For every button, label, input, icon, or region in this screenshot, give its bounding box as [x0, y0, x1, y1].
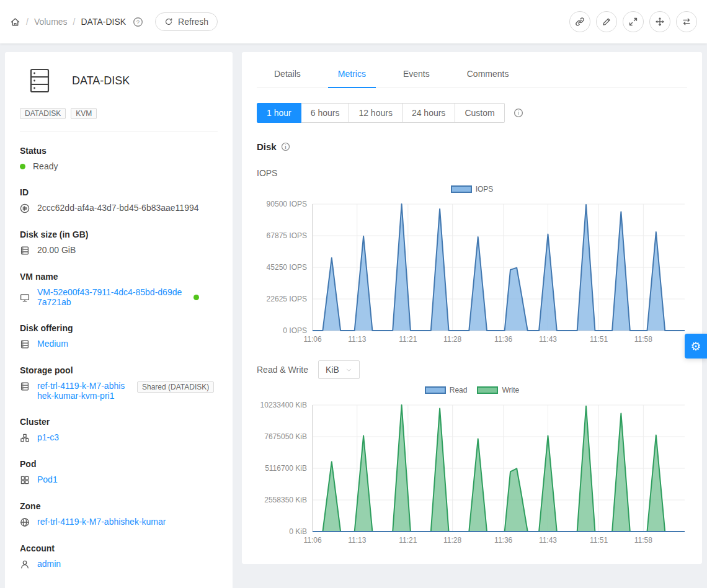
- range-1-hour[interactable]: 1 hour: [257, 103, 301, 123]
- volume-icon: [26, 67, 53, 94]
- disk-section-label: Disk: [257, 141, 277, 152]
- reload-icon: [164, 17, 173, 26]
- iops-chart-title: IOPS: [257, 168, 687, 178]
- hypervisor-tag: KVM: [71, 108, 97, 119]
- unit-select-value: KiB: [326, 365, 339, 375]
- tab-metrics[interactable]: Metrics: [328, 61, 376, 88]
- resource-tags: DATADISK KVM: [5, 108, 233, 119]
- storage-pool-link[interactable]: ref-trl-4119-k-M7-abhishek-kumar-kvm-pri…: [37, 381, 127, 401]
- edit-icon: [602, 17, 611, 27]
- tab-bar: Details Metrics Events Comments: [257, 61, 687, 88]
- unit-select[interactable]: KiB: [318, 360, 360, 379]
- info-icon[interactable]: i: [514, 108, 523, 118]
- svg-text:67875 IOPS: 67875 IOPS: [267, 231, 307, 240]
- home-icon[interactable]: [10, 17, 20, 27]
- swap-icon: [682, 17, 691, 27]
- storage-pool-field: Storage pool ref-trl-4119-k-M7-abhishek-…: [5, 365, 233, 401]
- vm-name-link[interactable]: VM-52e00f43-7911-4dc4-85bd-d69de7a721ab: [37, 287, 186, 307]
- svg-text:0 IOPS: 0 IOPS: [283, 326, 307, 335]
- legend-swatch: [425, 386, 446, 394]
- legend-label: Read: [450, 386, 468, 394]
- resource-sidebar: DATA-DISK DATADISK KVM Status Ready ID 2…: [5, 52, 233, 588]
- svg-text:11:51: 11:51: [590, 335, 608, 344]
- breadcrumb-separator: /: [73, 17, 76, 27]
- help-icon[interactable]: ?: [133, 17, 143, 27]
- rw-chart-title: Read & Write: [257, 365, 308, 375]
- account-link[interactable]: admin: [37, 559, 61, 569]
- disk-offering-link[interactable]: Medium: [37, 339, 68, 349]
- legend-item[interactable]: Write: [477, 385, 519, 395]
- svg-text:11:06: 11:06: [303, 335, 321, 344]
- legend-label: Write: [502, 386, 519, 394]
- svg-text:0 KiB: 0 KiB: [289, 527, 307, 536]
- svg-text:11:28: 11:28: [443, 536, 461, 545]
- cluster-label: Cluster: [20, 417, 218, 427]
- iops-legend: IOPS: [257, 184, 687, 194]
- svg-text:11:28: 11:28: [443, 335, 461, 344]
- volume-id-value: 2ccc62dd-af4a-43d7-bd45-6b83aae11994: [37, 203, 199, 213]
- svg-text:i: i: [285, 144, 286, 150]
- gear-icon: ⚙: [690, 339, 701, 354]
- move-icon: [655, 17, 665, 27]
- settings-drawer-button[interactable]: ⚙: [685, 334, 707, 359]
- range-custom[interactable]: Custom: [455, 103, 504, 123]
- swap-button[interactable]: [676, 11, 697, 32]
- database-icon: [20, 246, 30, 256]
- time-range-group: 1 hour 6 hours 12 hours 24 hours Custom: [257, 103, 505, 123]
- attach-link-button[interactable]: [569, 11, 590, 32]
- tab-comments[interactable]: Comments: [457, 61, 519, 87]
- svg-text:11:51: 11:51: [590, 536, 608, 545]
- top-bar: / Volumes / DATA-DISK ? Refresh: [0, 0, 707, 43]
- breadcrumb: / Volumes / DATA-DISK ? Refresh: [10, 12, 218, 31]
- legend-label: IOPS: [476, 185, 494, 194]
- migrate-button[interactable]: [649, 11, 670, 32]
- svg-text:11:13: 11:13: [348, 335, 366, 344]
- cluster-link[interactable]: p1-c3: [37, 432, 59, 442]
- svg-text:10233400 KiB: 10233400 KiB: [260, 401, 307, 409]
- svg-text:11:21: 11:21: [399, 536, 417, 545]
- range-24-hours[interactable]: 24 hours: [402, 103, 455, 123]
- pod-link[interactable]: Pod1: [37, 474, 58, 484]
- info-icon[interactable]: i: [281, 142, 290, 151]
- details-panel: Details Metrics Events Comments 1 hour 6…: [242, 52, 702, 564]
- read-write-chart: 0 KiB2558350 KiB5116700 KiB7675050 KiB10…: [257, 396, 687, 549]
- zone-link[interactable]: ref-trl-4119-k-M7-abhishek-kumar: [37, 517, 166, 527]
- tab-details[interactable]: Details: [264, 61, 311, 87]
- account-field: Account admin: [5, 543, 233, 569]
- svg-text:90500 IOPS: 90500 IOPS: [267, 200, 307, 208]
- refresh-button[interactable]: Refresh: [155, 12, 218, 31]
- legend-item[interactable]: IOPS: [451, 184, 494, 194]
- status-badge: Ready: [33, 161, 58, 171]
- database-icon: [20, 339, 30, 349]
- iops-chart: 0 IOPS22625 IOPS45250 IOPS67875 IOPS9050…: [257, 195, 687, 348]
- disk-size-value: 20.00 GiB: [37, 245, 76, 255]
- resize-button[interactable]: [623, 11, 644, 32]
- legend-swatch: [477, 386, 498, 394]
- disk-size-field: Disk size (in GB) 20.00 GiB: [5, 229, 233, 256]
- edit-button[interactable]: [596, 11, 617, 32]
- status-dot: [20, 164, 25, 169]
- disk-section-title: Disk i: [257, 141, 687, 152]
- status-field: Status Ready: [5, 146, 233, 171]
- refresh-label: Refresh: [178, 17, 208, 27]
- storage-pool-label: Storage pool: [20, 365, 218, 375]
- tab-events[interactable]: Events: [393, 61, 440, 87]
- desktop-icon: [20, 293, 30, 303]
- breadcrumb-volumes-link[interactable]: Volumes: [34, 17, 68, 27]
- range-6-hours[interactable]: 6 hours: [301, 103, 350, 123]
- storage-pool-scope-tag: Shared (DATADISK): [137, 381, 214, 393]
- svg-text:i: i: [518, 110, 519, 116]
- id-label: ID: [20, 187, 218, 197]
- svg-text:11:58: 11:58: [634, 335, 652, 344]
- disk-offering-field: Disk offering Medium: [5, 323, 233, 349]
- page-title: DATA-DISK: [72, 74, 130, 87]
- legend-item[interactable]: Read: [425, 385, 468, 395]
- main-layout: DATA-DISK DATADISK KVM Status Ready ID 2…: [0, 43, 707, 588]
- divider: [20, 131, 218, 132]
- barcode-icon: [20, 203, 30, 213]
- cluster-field: Cluster p1-c3: [5, 417, 233, 443]
- type-tag: DATADISK: [20, 108, 66, 119]
- cluster-icon: [20, 433, 30, 443]
- range-12-hours[interactable]: 12 hours: [349, 103, 402, 123]
- resource-header: DATA-DISK: [5, 67, 233, 94]
